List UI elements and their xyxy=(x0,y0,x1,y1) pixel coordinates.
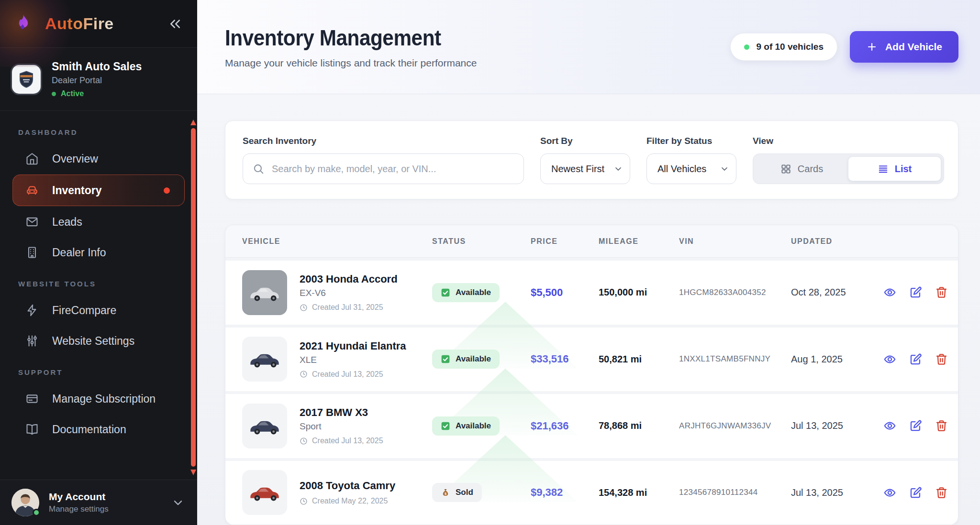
page-subtitle: Manage your vehicle listings and track t… xyxy=(225,57,477,69)
sidebar-item-inventory[interactable]: Inventory xyxy=(12,175,185,206)
vehicle-updated: Aug 1, 2025 xyxy=(791,354,883,365)
edit-vehicle-button[interactable] xyxy=(909,286,922,299)
vehicle-thumbnail xyxy=(242,337,287,382)
credit-card-icon xyxy=(25,392,39,405)
inventory-table: VEHICLE STATUS PRICE MILEAGE VIN UPDATED xyxy=(225,225,958,525)
filter-bar: Search Inventory Sort By Newest First Fi… xyxy=(225,120,958,199)
edit-icon xyxy=(909,353,922,366)
eye-icon xyxy=(883,486,896,499)
vehicle-created: Created Jul 31, 2025 xyxy=(300,303,398,312)
trash-icon xyxy=(935,419,948,432)
sidebar-item-leads[interactable]: Leads xyxy=(12,207,185,237)
vehicle-vin: 1NXXL1TSAMB5FNNJY xyxy=(679,354,791,364)
app-title: AutoFire xyxy=(45,14,114,33)
main-area: Inventory Management Manage your vehicle… xyxy=(197,0,980,525)
view-vehicle-button[interactable] xyxy=(883,419,896,432)
sidebar-scrollbar[interactable] xyxy=(190,120,196,475)
table-row[interactable]: 2003 Honda Accord EX-V6 Created Jul 31, … xyxy=(225,258,958,325)
vehicle-created: Created Jul 13, 2025 xyxy=(300,437,383,445)
edit-vehicle-button[interactable] xyxy=(909,486,922,499)
eye-icon xyxy=(883,353,896,366)
sidebar-item-website-settings[interactable]: Website Settings xyxy=(12,326,185,356)
vehicle-updated: Oct 28, 2025 xyxy=(791,287,883,298)
table-row[interactable]: 2017 BMW X3 Sport Created Jul 13, 2025 A… xyxy=(225,391,958,458)
vehicle-thumbnail xyxy=(242,404,287,448)
add-vehicle-button[interactable]: Add Vehicle xyxy=(850,31,958,63)
vehicle-created: Created Jul 13, 2025 xyxy=(300,370,406,379)
clock-icon xyxy=(300,370,308,378)
nav-section-dashboard: DASHBOARD xyxy=(0,122,197,143)
view-vehicle-button[interactable] xyxy=(883,486,896,499)
dealer-name: Smith Auto Sales xyxy=(52,60,142,73)
delete-vehicle-button[interactable] xyxy=(935,486,948,499)
trash-icon xyxy=(935,286,948,299)
sidebar-item-label: Leads xyxy=(52,216,82,229)
sidebar-item-manage-subscription[interactable]: Manage Subscription xyxy=(12,384,185,414)
view-cards-button[interactable]: Cards xyxy=(756,156,848,181)
edit-vehicle-button[interactable] xyxy=(909,353,922,366)
chevron-down-icon xyxy=(613,164,623,174)
scroll-down-arrow-icon[interactable] xyxy=(190,470,196,475)
view-vehicle-button[interactable] xyxy=(883,353,896,366)
vehicle-thumbnail xyxy=(242,270,287,315)
sidebar-item-label: Website Settings xyxy=(52,335,134,348)
sidebar-nav: DASHBOARD Overview Inventory Leads Deale… xyxy=(0,111,197,444)
column-header-status: STATUS xyxy=(432,237,531,246)
status-badge: Available xyxy=(432,416,500,436)
column-header-updated: UPDATED xyxy=(791,237,883,246)
scroll-up-arrow-icon[interactable] xyxy=(190,120,196,125)
sidebar-item-overview[interactable]: Overview xyxy=(12,144,185,174)
check-icon xyxy=(441,288,450,297)
delete-vehicle-button[interactable] xyxy=(935,419,948,432)
scrollbar-thumb[interactable] xyxy=(191,128,196,467)
home-icon xyxy=(25,152,39,165)
vehicle-title: 2008 Toyota Camry xyxy=(300,480,395,492)
search-icon xyxy=(252,163,265,175)
edit-vehicle-button[interactable] xyxy=(909,419,922,432)
app-screen: AutoFire Smith Auto Sales Dealer Portal … xyxy=(0,0,980,525)
vehicle-trim: XLE xyxy=(300,355,406,365)
status-label: Available xyxy=(456,288,491,297)
delete-vehicle-button[interactable] xyxy=(935,353,948,366)
status-filter-value: All Vehicles xyxy=(657,164,706,175)
sliders-icon xyxy=(25,334,39,348)
eye-icon xyxy=(883,286,896,299)
sidebar-item-firecompare[interactable]: FireCompare xyxy=(12,295,185,325)
status-filter-select[interactable]: All Vehicles xyxy=(646,153,736,184)
green-dot-icon xyxy=(744,44,749,50)
view-cards-label: Cards xyxy=(798,164,823,175)
vehicle-mileage: 154,328 mi xyxy=(599,487,679,498)
add-vehicle-label: Add Vehicle xyxy=(885,41,942,53)
dealer-logo-avatar xyxy=(11,64,42,95)
clock-icon xyxy=(300,497,308,505)
search-input[interactable] xyxy=(243,153,524,184)
status-badge: $ Sold xyxy=(432,483,482,502)
sidebar-item-documentation[interactable]: Documentation xyxy=(12,415,185,444)
column-header-vehicle: VEHICLE xyxy=(242,237,432,246)
sidebar-item-label: FireCompare xyxy=(52,304,116,317)
edit-icon xyxy=(909,419,922,432)
delete-vehicle-button[interactable] xyxy=(935,286,948,299)
building-icon xyxy=(25,246,39,259)
dealer-subtitle: Dealer Portal xyxy=(52,76,142,86)
plus-icon xyxy=(866,41,878,53)
sidebar-item-label: Inventory xyxy=(52,184,102,197)
status-label: Available xyxy=(456,354,491,364)
grid-icon xyxy=(780,164,791,175)
check-icon xyxy=(441,354,450,364)
view-vehicle-button[interactable] xyxy=(883,286,896,299)
vehicle-updated: Jul 13, 2025 xyxy=(791,487,883,498)
vehicle-title: 2003 Honda Accord xyxy=(300,273,398,285)
table-row[interactable]: 2021 Hyundai Elantra XLE Created Jul 13,… xyxy=(225,325,958,392)
view-label: View xyxy=(753,136,944,146)
sidebar-collapse-button[interactable] xyxy=(166,14,185,33)
column-header-price: PRICE xyxy=(531,237,599,246)
sidebar-item-dealer-info[interactable]: Dealer Info xyxy=(12,238,185,267)
sidebar-item-label: Manage Subscription xyxy=(52,393,156,405)
sort-value: Newest First xyxy=(551,164,604,175)
table-row[interactable]: 2008 Toyota Camry Created May 22, 2025 $… xyxy=(225,458,958,525)
my-account-bar[interactable]: My Account Manage settings xyxy=(0,480,197,525)
sort-select[interactable]: Newest First xyxy=(540,153,630,184)
vehicle-trim: Sport xyxy=(300,421,383,432)
view-list-button[interactable]: List xyxy=(848,156,941,181)
